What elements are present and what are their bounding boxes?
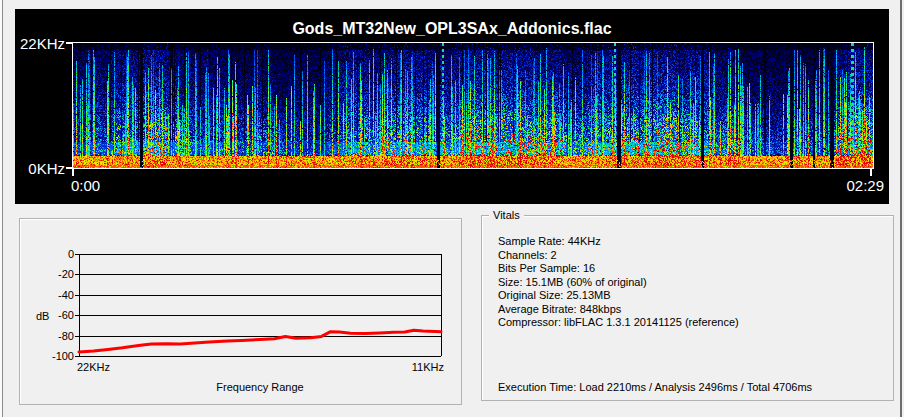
spectrogram-panel: Gods_MT32New_OPL3SAx_Addonics.flac 22KHz… bbox=[15, 9, 889, 204]
vitals-box: Vitals Sample Rate: 44KHz Channels: 2 Bi… bbox=[481, 215, 894, 401]
y-tick-label: -40 bbox=[44, 289, 74, 302]
vitals-bits-per-sample: Bits Per Sample: 16 bbox=[498, 262, 739, 276]
tick-mark-time-end bbox=[870, 169, 872, 176]
file-title: Gods_MT32New_OPL3SAx_Addonics.flac bbox=[15, 20, 889, 38]
spectrogram-ylabel-top: 22KHz bbox=[15, 35, 65, 52]
vitals-legend: Vitals bbox=[489, 209, 524, 222]
y-tick-label: -100 bbox=[44, 350, 74, 363]
spectrogram-canvas bbox=[73, 43, 873, 168]
tick-mark-time-start bbox=[72, 169, 74, 176]
frequency-range-box: 0-20-40-60-80-100 dB 22KHz 11KHz Frequen… bbox=[19, 218, 462, 405]
spectrogram-frame bbox=[72, 42, 874, 169]
spectrogram-ylabel-bottom: 0KHz bbox=[15, 160, 65, 177]
y-tick-label: -80 bbox=[44, 330, 74, 343]
execution-time: Execution Time: Load 2210ms / Analysis 2… bbox=[498, 381, 812, 393]
x-axis-title: Frequency Range bbox=[79, 381, 441, 393]
vitals-sample-rate: Sample Rate: 44KHz bbox=[498, 235, 739, 249]
vitals-channels: Channels: 2 bbox=[498, 249, 739, 263]
vitals-original-size: Original Size: 25.13MB bbox=[498, 289, 739, 303]
vitals-size: Size: 15.1MB (60% of original) bbox=[498, 276, 739, 290]
y-tick-label: 0 bbox=[44, 248, 74, 261]
vitals-compressor: Compressor: libFLAC 1.3.1 20141125 (refe… bbox=[498, 316, 739, 330]
vitals-average-bitrate: Average Bitrate: 848kbps bbox=[498, 303, 739, 317]
window-left-edge bbox=[0, 0, 3, 417]
frequency-response-chart bbox=[20, 219, 461, 404]
x-axis-left-label: 22KHz bbox=[77, 361, 110, 373]
y-axis-title: dB bbox=[36, 310, 49, 322]
window-right-edge bbox=[900, 0, 902, 417]
time-start-label: 0:00 bbox=[71, 177, 100, 194]
vitals-lines: Sample Rate: 44KHz Channels: 2 Bits Per … bbox=[498, 235, 739, 330]
y-tick-label: -20 bbox=[44, 268, 74, 281]
time-end-label: 02:29 bbox=[846, 177, 884, 194]
x-axis-right-label: 11KHz bbox=[361, 361, 444, 373]
spectro-app-window: Gods_MT32New_OPL3SAx_Addonics.flac 22KHz… bbox=[0, 0, 904, 417]
